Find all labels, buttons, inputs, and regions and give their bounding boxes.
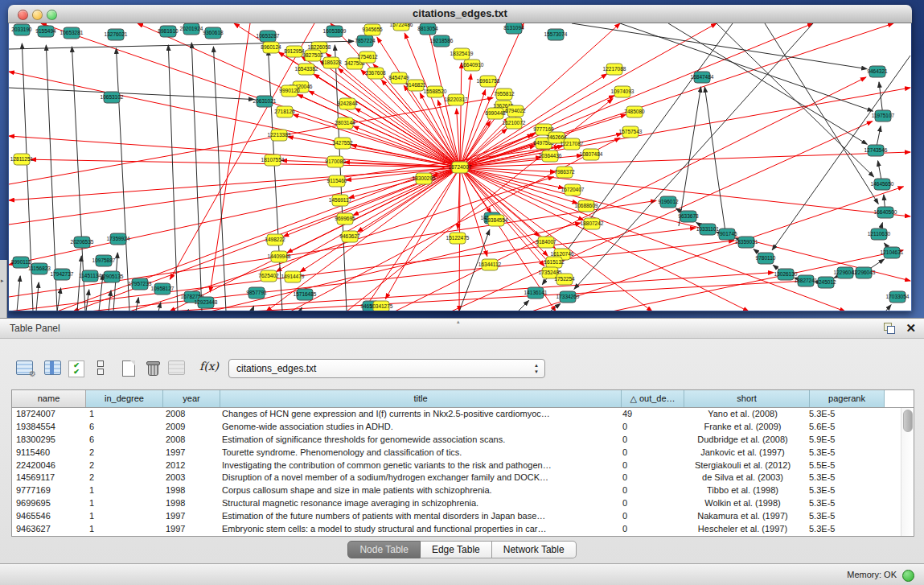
table-row[interactable]: 911546021997Tourette syndrome. Phenomeno… — [12, 447, 901, 459]
create-column-button[interactable] — [122, 360, 135, 377]
table-cell[interactable]: 0 — [618, 510, 680, 523]
network-node[interactable]: 14569117 — [329, 195, 352, 206]
table-cell[interactable]: 9463627 — [12, 523, 85, 536]
table-cell[interactable]: 5.3E-5 — [805, 447, 879, 459]
table-cell[interactable]: 1998 — [162, 484, 218, 497]
table-cell[interactable]: Tourette syndrome. Phenomenology and cla… — [218, 447, 618, 459]
table-cell[interactable]: 5.9E-5 — [805, 434, 879, 447]
tab-network-table[interactable]: Network Table — [492, 541, 577, 558]
network-node[interactable]: 8131094 — [503, 23, 524, 34]
table-cell[interactable]: 9115460 — [12, 447, 85, 459]
network-node[interactable]: 15847484 — [691, 72, 714, 83]
column-header-year[interactable]: year — [163, 390, 220, 407]
table-cell[interactable]: 14569117 — [12, 472, 85, 484]
network-node[interactable]: 16640500 — [874, 207, 897, 218]
table-cell[interactable]: 1997 — [162, 523, 218, 536]
table-row[interactable]: 946362711997Embryonic stem cells: a mode… — [12, 523, 901, 536]
table-cell[interactable]: 0 — [618, 472, 680, 484]
splitter-strip[interactable]: ▸ — [0, 260, 7, 318]
network-node[interactable]: 16344112 — [478, 259, 502, 270]
network-node[interactable]: 12296041 — [834, 267, 857, 278]
network-node[interactable]: 10974093 — [611, 86, 634, 97]
network-node[interactable]: 17359924 — [107, 233, 130, 245]
network-node[interactable]: 9242844 — [337, 98, 358, 109]
table-cell[interactable]: 5.3E-5 — [805, 472, 879, 484]
table-cell[interactable]: 0 — [618, 447, 680, 459]
network-node[interactable]: 14136141 — [524, 287, 548, 299]
network-node[interactable]: 7955812 — [494, 89, 515, 100]
table-cell[interactable]: 9465546 — [12, 510, 85, 523]
network-node[interactable]: 8960124 — [261, 42, 281, 53]
minimize-window-button[interactable] — [32, 10, 43, 20]
network-node[interactable]: 9360618 — [203, 27, 224, 39]
network-node[interactable]: 18325419 — [450, 48, 474, 60]
column-header-pagerank[interactable]: pagerank — [810, 390, 885, 407]
table-row[interactable]: 1830029562008Estimation of significance … — [12, 434, 901, 447]
network-node[interactable]: 9184007 — [536, 237, 556, 248]
table-cell[interactable]: 5.5E-5 — [805, 459, 879, 472]
network-node[interactable]: 12213383 — [268, 130, 291, 141]
table-cell[interactable]: 1997 — [162, 510, 218, 523]
table-settings-button[interactable]: ⚙ — [16, 360, 33, 375]
panel-splitter-handle[interactable]: ▴ — [457, 319, 465, 323]
table-cell[interactable]: Dudbridge et al. (2008) — [680, 434, 805, 447]
table-cell[interactable]: Franke et al. (2009) — [680, 421, 805, 434]
table-cell[interactable]: Genome-wide association studies in ADHD. — [218, 421, 618, 434]
table-cell[interactable]: Investigating the contribution of common… — [218, 459, 618, 472]
network-node[interactable]: 12743546 — [864, 145, 888, 156]
scrollbar-thumb[interactable] — [903, 410, 913, 432]
network-node[interactable]: 16053809 — [323, 26, 347, 37]
memory-status-indicator[interactable] — [902, 570, 914, 582]
network-node[interactable]: 8912954 — [284, 46, 305, 57]
table-cell[interactable]: 1997 — [162, 447, 218, 459]
network-node[interactable]: 18300295 — [413, 173, 436, 184]
table-cell[interactable]: Tibbo et al. (1998) — [680, 484, 805, 497]
table-cell[interactable]: 2003 — [162, 472, 218, 484]
network-node[interactable]: 9155494 — [35, 26, 56, 37]
network-node[interactable]: 10807484 — [580, 149, 603, 160]
network-node[interactable]: 9780110 — [756, 253, 776, 264]
table-cell[interactable]: 2008 — [162, 434, 218, 447]
table-cell[interactable]: 18724007 — [12, 408, 85, 421]
network-node[interactable]: 15573074 — [544, 29, 568, 40]
network-node[interactable]: 10958127 — [151, 283, 175, 295]
network-node[interactable]: 6794022 — [505, 105, 526, 117]
table-cell[interactable]: 22420046 — [12, 459, 85, 472]
table-cell[interactable]: 0 — [618, 459, 680, 472]
column-header-name[interactable]: name — [12, 390, 86, 407]
network-node[interactable]: 7901745 — [717, 229, 737, 240]
table-cell[interactable]: 9777169 — [12, 484, 85, 497]
table-cell[interactable]: Jankovic et al. (1997) — [680, 447, 805, 459]
table-cell[interactable]: Corpus callosum shape and size in male p… — [218, 484, 618, 497]
network-node[interactable]: 18807242 — [581, 218, 604, 229]
network-node[interactable]: 11451134 — [79, 270, 101, 282]
vertical-scrollbar[interactable] — [901, 408, 914, 536]
network-node[interactable]: 14645650 — [871, 179, 894, 190]
table-cell[interactable]: 5.3E-5 — [805, 484, 879, 497]
table-cell[interactable]: Estimation of significance thresholds fo… — [218, 434, 618, 447]
network-node[interactable]: 7625402 — [258, 270, 279, 282]
table-cell[interactable]: 0 — [618, 523, 680, 536]
network-node[interactable]: 12110630 — [868, 229, 891, 240]
network-node[interactable]: 19384554 — [485, 215, 508, 226]
table-cell[interactable]: 9699695 — [12, 497, 85, 510]
table-cell[interactable]: Estimation of the future numbers of pati… — [218, 510, 618, 523]
network-node[interactable]: 17334269 — [556, 291, 580, 303]
table-cell[interactable]: Hescheler et al. (1997) — [680, 523, 805, 536]
table-cell[interactable]: 1998 — [162, 497, 218, 510]
float-panel-icon[interactable] — [884, 323, 895, 334]
table-cell[interactable]: 6 — [85, 434, 162, 447]
network-node[interactable]: 7986372 — [554, 167, 575, 178]
column-header-short[interactable]: short — [684, 390, 810, 407]
network-node[interactable]: 7857224 — [355, 35, 376, 47]
network-node[interactable]: 12217087 — [561, 138, 584, 150]
table-cell[interactable]: 49 — [618, 408, 680, 421]
delete-column-button[interactable] — [146, 360, 158, 375]
table-cell[interactable]: 0 — [618, 484, 680, 497]
tab-edge-table[interactable]: Edge Table — [421, 541, 492, 558]
table-row[interactable]: 1938455462009Genome-wide association stu… — [12, 421, 901, 434]
network-node[interactable]: 2803144 — [335, 117, 355, 129]
network-node[interactable]: 20201924 — [180, 23, 203, 35]
table-cell[interactable]: 1 — [85, 497, 162, 510]
table-cell[interactable]: Embryonic stem cells: a model to study s… — [218, 523, 618, 536]
